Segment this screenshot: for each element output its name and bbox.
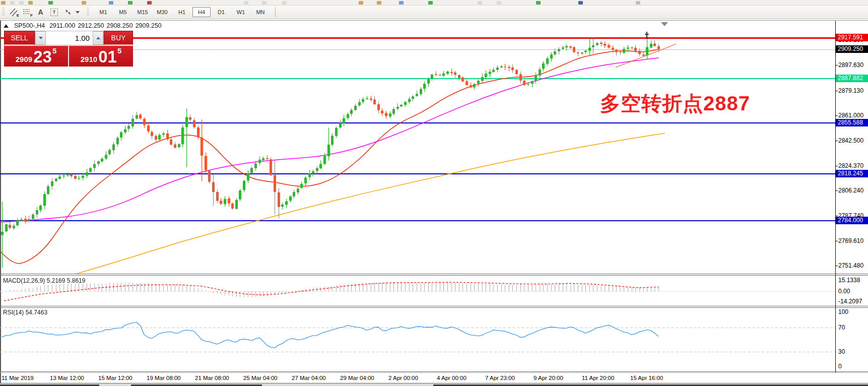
price-tick-label: 2751.480 — [838, 262, 868, 270]
date-tick-label: 15 Apr 16:00 — [630, 375, 663, 381]
price-tick-label: 2769.610 — [838, 237, 868, 245]
cropped-toolbar-icon — [636, 1, 640, 5]
toolbar: E F A T M1 M5 M15 M30 H1 H4 — [0, 6, 868, 19]
timeframe-d1[interactable]: D1 — [212, 7, 230, 17]
cropped-toolbar-icon — [399, 1, 404, 5]
caret-up-icon — [96, 37, 100, 39]
date-tick-label: 9 Apr 20:00 — [533, 375, 563, 381]
buy-button[interactable]: BUY — [104, 31, 133, 45]
macd-value-signal: 5.8619 — [67, 277, 86, 284]
macd-indicator-canvas[interactable] — [0, 276, 835, 306]
timeframe-group: M1 M5 M15 M30 H1 H4 D1 W1 MN — [94, 7, 271, 17]
rsi-scale-label: 70 — [838, 324, 845, 332]
ohlc-open: 2911.000 — [49, 22, 75, 29]
cropped-toolbar-icon — [262, 1, 266, 5]
ohlc-close: 2909.250 — [136, 22, 162, 29]
arrows-tool-icon[interactable] — [61, 7, 75, 18]
chart-title: SP500-,H4 2911.000 2912.250 2908.250 290… — [4, 22, 162, 29]
pane-separator — [0, 307, 868, 308]
price-tick-mark — [835, 216, 838, 216]
ohlc-low: 2908.250 — [107, 22, 133, 29]
text-tool-icon[interactable]: A — [34, 7, 47, 18]
pane-separator[interactable] — [0, 274, 868, 274]
chart-annotation-text: 多空转折点2887 — [600, 90, 750, 117]
cropped-toolbar-icon — [10, 1, 15, 5]
toolbar-grip[interactable] — [87, 8, 89, 17]
date-tick-label: 29 Mar 04:00 — [340, 375, 374, 381]
cropped-toolbar-icon — [1, 1, 6, 5]
price-tick-mark — [835, 166, 838, 166]
macd-scale-label: -14.2097 — [838, 298, 862, 305]
toolbar-separator — [275, 7, 276, 17]
price-level-badge: 2909.250 — [836, 45, 868, 53]
cropped-toolbar-icon — [128, 1, 132, 5]
date-tick-label: 25 Mar 04:00 — [243, 375, 278, 381]
arrows-dropdown-caret[interactable] — [76, 11, 80, 14]
cropped-toolbar-icon — [48, 1, 53, 5]
timeframe-m15[interactable]: M15 — [133, 7, 152, 17]
rsi-scale-label: 0 — [838, 363, 842, 370]
price-level-badge: 2855.588 — [836, 119, 868, 126]
cropped-toolbar-icon — [359, 1, 363, 5]
timeframe-w1[interactable]: W1 — [232, 7, 250, 17]
date-tick-label: 11 Apr 20:00 — [582, 375, 614, 381]
rsi-name: RSI(14) — [3, 309, 24, 316]
price-tick-mark — [835, 115, 838, 116]
fibonacci-icon[interactable]: F — [20, 7, 34, 18]
macd-scale-label: 15.1338 — [838, 277, 860, 284]
timeframe-m1[interactable]: M1 — [94, 7, 112, 17]
date-tick-label: 19 Mar 08:00 — [147, 375, 181, 381]
sell-price-small: 2909 — [16, 54, 32, 65]
sell-button[interactable]: SELL — [4, 31, 35, 45]
timeframe-m5[interactable]: M5 — [114, 7, 132, 17]
pane-separator — [0, 371, 868, 372]
cropped-toolbar-icon — [536, 1, 541, 5]
buy-price-sup: 5 — [117, 46, 121, 54]
rsi-label: RSI(14) 54.7463 — [3, 309, 47, 316]
rsi-value: 54.7463 — [26, 309, 47, 316]
rsi-scale-label: 30 — [838, 348, 845, 356]
cropped-toolbar-icon — [282, 1, 287, 5]
pane-separator — [0, 275, 868, 276]
date-tick-label: 27 Mar 04:00 — [292, 375, 326, 381]
buy-price-big: 01 — [98, 48, 117, 65]
cropped-toolbar-icon — [28, 1, 33, 5]
timeframe-h4[interactable]: H4 — [192, 7, 211, 17]
macd-scale-label: 0.00 — [838, 288, 850, 295]
sell-price-box[interactable]: 2909 23 5 — [4, 46, 68, 67]
macd-value-main: 5.2169 — [47, 277, 65, 284]
tool-badge: E — [17, 13, 19, 18]
timeframe-h1[interactable]: H1 — [173, 7, 191, 17]
toolbar-grip[interactable] — [2, 8, 5, 17]
price-tick-mark — [835, 241, 838, 241]
pane-separator — [0, 372, 868, 373]
bottom-cropped-panel — [0, 383, 868, 386]
volume-decrease-button[interactable] — [35, 31, 46, 45]
cropped-toolbar-icon — [19, 1, 24, 5]
price-tick-mark — [835, 65, 838, 66]
volume-input[interactable]: 1.00 — [46, 31, 93, 45]
label-tool-icon[interactable]: T — [47, 7, 61, 18]
price-level-badge: 2887.882 — [836, 75, 868, 82]
price-level-badge: 2784.000 — [836, 217, 868, 224]
tool-badge: F — [30, 13, 33, 18]
date-tick-label: 2 Apr 00:00 — [388, 375, 418, 381]
price-tick-label: 2861.000 — [838, 111, 868, 119]
volume-increase-button[interactable] — [93, 31, 103, 45]
buy-price-box[interactable]: 2910 01 5 — [69, 46, 133, 67]
date-tick-label: 13 Mar 12:00 — [50, 375, 84, 381]
timeframe-mn[interactable]: MN — [251, 7, 270, 17]
cropped-toolbar-icon — [428, 1, 433, 5]
timeframe-m30[interactable]: M30 — [153, 7, 171, 17]
price-tick-label: 2824.370 — [838, 162, 868, 170]
chart-shift-marker-icon[interactable] — [661, 22, 668, 26]
sell-price-big: 23 — [33, 48, 52, 65]
panel-expand-icon[interactable] — [4, 24, 9, 28]
rsi-scale-label: 100 — [838, 308, 848, 316]
rsi-indicator-canvas[interactable] — [0, 308, 835, 371]
macd-name: MACD(12,26,9) — [3, 277, 45, 284]
pane-separator[interactable] — [0, 306, 868, 306]
caret-down-icon — [39, 37, 43, 39]
equidistant-channel-icon[interactable]: E — [7, 7, 20, 18]
cropped-toolbar-icon — [244, 1, 248, 5]
